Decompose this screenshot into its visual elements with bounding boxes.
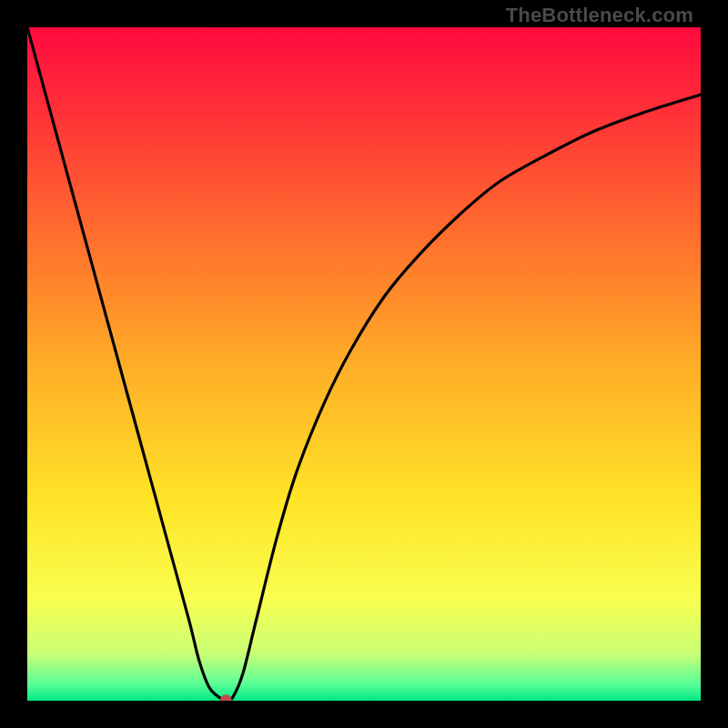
plot-area xyxy=(27,27,701,701)
chart-svg xyxy=(27,27,701,701)
watermark-text: TheBottleneck.com xyxy=(506,4,693,27)
chart-frame: TheBottleneck.com xyxy=(0,0,728,728)
